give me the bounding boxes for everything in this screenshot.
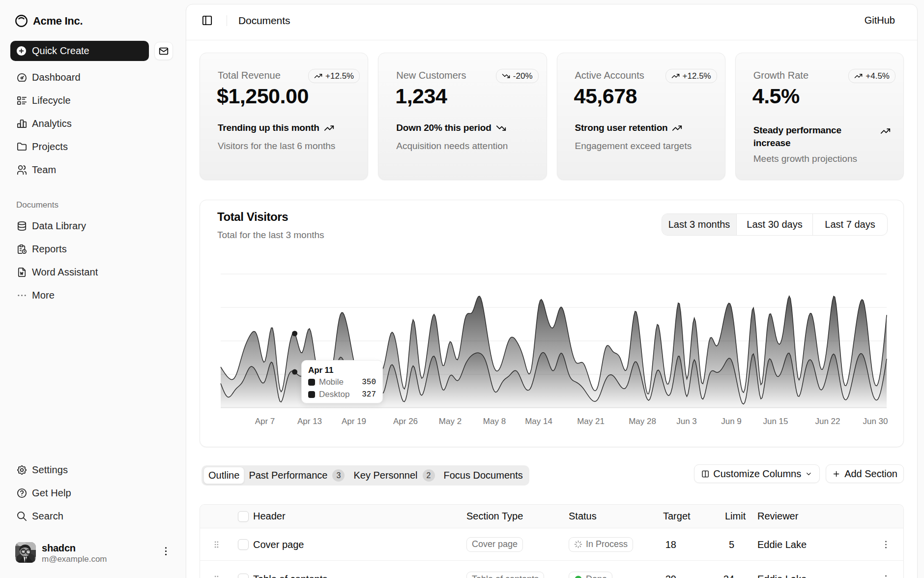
svg-text:Apr 13: Apr 13: [297, 417, 322, 426]
svg-text:May 8: May 8: [483, 417, 506, 426]
svg-text:May 28: May 28: [629, 417, 656, 426]
svg-text:Jun 30: Jun 30: [863, 417, 888, 426]
svg-text:May 14: May 14: [525, 417, 552, 426]
svg-text:May 2: May 2: [439, 417, 462, 426]
svg-text:Jun 9: Jun 9: [721, 417, 742, 426]
svg-text:May 21: May 21: [577, 417, 605, 426]
svg-text:Apr 19: Apr 19: [342, 417, 366, 426]
svg-text:Apr 7: Apr 7: [255, 417, 275, 426]
svg-text:Apr 26: Apr 26: [393, 417, 418, 426]
svg-text:Jun 22: Jun 22: [815, 417, 840, 426]
svg-text:Jun 3: Jun 3: [676, 417, 697, 426]
svg-text:Jun 15: Jun 15: [763, 417, 788, 426]
